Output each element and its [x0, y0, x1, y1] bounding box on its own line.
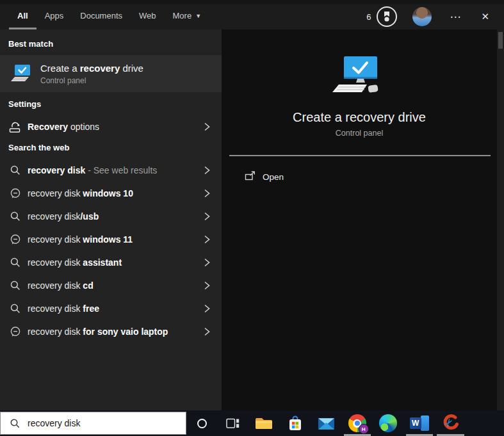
word-icon: W	[410, 415, 429, 432]
file-explorer-icon	[254, 416, 273, 431]
tab-all[interactable]: All	[9, 4, 37, 29]
best-match-subtitle: Control panel	[40, 76, 143, 85]
task-view-button[interactable]	[218, 410, 249, 436]
tab-more[interactable]: More ▼	[165, 4, 210, 29]
search-icon	[10, 211, 21, 222]
user-avatar[interactable]	[412, 7, 432, 26]
chrome-profile-badge: H	[359, 424, 369, 434]
open-action[interactable]: Open	[222, 166, 497, 187]
best-match-header: Best match	[8, 40, 222, 49]
edge-icon	[379, 414, 397, 432]
scrollbar-thumb[interactable]	[498, 32, 503, 49]
preview-subtitle: Control panel	[336, 129, 383, 138]
chevron-right-icon	[203, 121, 211, 133]
preview-title: Create a recovery drive	[293, 109, 426, 125]
file-explorer-button[interactable]	[248, 410, 280, 436]
web-suggestion-label: recovery disk for sony vaio laptop	[28, 327, 168, 337]
chevron-right-icon	[203, 326, 211, 337]
web-suggestion-row[interactable]: recovery disk free	[0, 297, 222, 320]
tab-documents[interactable]: Documents	[72, 4, 131, 29]
settings-header: Settings	[8, 100, 222, 109]
chevron-down-icon: ▼	[195, 13, 201, 19]
rewards-button[interactable]	[377, 6, 397, 27]
trending-icon	[10, 188, 21, 199]
recovery-options-icon	[8, 120, 22, 134]
edge-button[interactable]	[373, 410, 404, 436]
scrollbar-track[interactable]	[497, 29, 504, 410]
web-suggestion-label: recovery disk cd	[28, 280, 93, 291]
tab-more-label: More	[173, 11, 192, 20]
search-filter-tabbar: All Apps Documents Web More ▼ 6 ⋯ ✕	[0, 4, 504, 29]
settings-result-recovery-options[interactable]: Recovery options	[0, 116, 222, 137]
chevron-right-icon	[203, 280, 211, 291]
filter-tabs: All Apps Documents Web More ▼	[9, 4, 209, 29]
web-suggestion-row[interactable]: recovery disk/usb	[0, 205, 222, 228]
web-suggestions-list: recovery disk - See web results recover	[0, 159, 222, 343]
taskbar-buttons: H W ✂	[186, 410, 466, 436]
chrome-button[interactable]: H	[342, 410, 373, 436]
recovery-drive-icon	[8, 61, 34, 86]
open-external-icon	[245, 171, 256, 182]
search-results-panel: Best match Create a recovery drive Contr…	[0, 29, 222, 410]
best-match-text: Create a recovery drive Control panel	[40, 62, 143, 85]
chevron-right-icon	[203, 165, 211, 176]
web-suggestion-row[interactable]: recovery disk windows 10	[0, 182, 222, 205]
microsoft-store-button[interactable]	[280, 410, 311, 436]
chevron-right-icon	[203, 303, 211, 314]
web-suggestion-row[interactable]: recovery disk for sony vaio laptop	[0, 320, 222, 343]
microsoft-store-icon	[288, 415, 303, 432]
web-suggestion-row[interactable]: recovery disk assistant	[0, 251, 222, 274]
word-button[interactable]: W	[404, 410, 435, 436]
web-suggestion-label: recovery disk windows 11	[28, 234, 133, 245]
taskbar: H W ✂	[0, 410, 504, 436]
search-icon	[10, 257, 21, 268]
preview-divider	[229, 155, 491, 156]
more-options-button[interactable]: ⋯	[450, 10, 461, 24]
web-suggestion-label: recovery disk assistant	[28, 257, 122, 268]
recovery-drive-large-icon	[329, 56, 390, 96]
search-icon	[10, 280, 21, 291]
open-action-label: Open	[263, 172, 284, 182]
chrome-icon: H	[348, 414, 366, 432]
chevron-right-icon	[203, 257, 211, 268]
tab-web[interactable]: Web	[131, 4, 165, 29]
taskbar-search-box[interactable]	[0, 412, 186, 435]
chevron-right-icon	[203, 211, 211, 222]
mail-icon	[318, 417, 335, 430]
web-suggestion-label: recovery disk free	[28, 303, 99, 314]
cortana-icon	[197, 419, 207, 428]
search-icon	[10, 303, 21, 314]
taskbar-search-input[interactable]	[26, 417, 186, 429]
web-suggestion-row[interactable]: recovery disk - See web results	[0, 159, 222, 182]
close-button[interactable]: ✕	[481, 11, 489, 22]
best-match-result[interactable]: Create a recovery drive Control panel	[0, 55, 222, 92]
search-the-web-header: Search the web	[8, 143, 222, 152]
task-view-icon	[226, 418, 240, 429]
screen-capture-tool-icon: ✂	[441, 414, 459, 432]
preview-hero: Create a recovery drive Control panel	[222, 29, 497, 138]
tabbar-right-cluster: 6 ⋯ ✕	[366, 4, 504, 29]
search-icon	[10, 165, 21, 176]
rewards-count: 6	[366, 12, 371, 22]
cortana-button[interactable]	[186, 410, 218, 436]
chevron-right-icon	[203, 188, 211, 199]
trending-icon	[10, 234, 21, 245]
web-suggestion-label: recovery disk/usb	[28, 211, 99, 222]
mail-button[interactable]	[311, 410, 342, 436]
search-icon	[10, 418, 20, 429]
trending-icon	[10, 326, 21, 337]
chevron-right-icon	[203, 234, 211, 245]
result-preview-panel: Create a recovery drive Control panel Op…	[222, 29, 497, 410]
web-suggestion-label: recovery disk - See web results	[28, 165, 157, 175]
tab-apps[interactable]: Apps	[37, 4, 72, 29]
medal-icon	[382, 11, 392, 22]
windows-search-flyout: All Apps Documents Web More ▼ 6 ⋯ ✕ Best…	[0, 0, 504, 436]
web-suggestion-row[interactable]: recovery disk cd	[0, 274, 222, 297]
best-match-title: Create a recovery drive	[40, 62, 143, 74]
web-suggestion-row[interactable]: recovery disk windows 11	[0, 228, 222, 251]
web-suggestion-label: recovery disk windows 10	[28, 188, 133, 198]
screen-capture-tool-button[interactable]: ✂	[435, 410, 466, 436]
settings-result-label: Recovery options	[28, 122, 99, 132]
